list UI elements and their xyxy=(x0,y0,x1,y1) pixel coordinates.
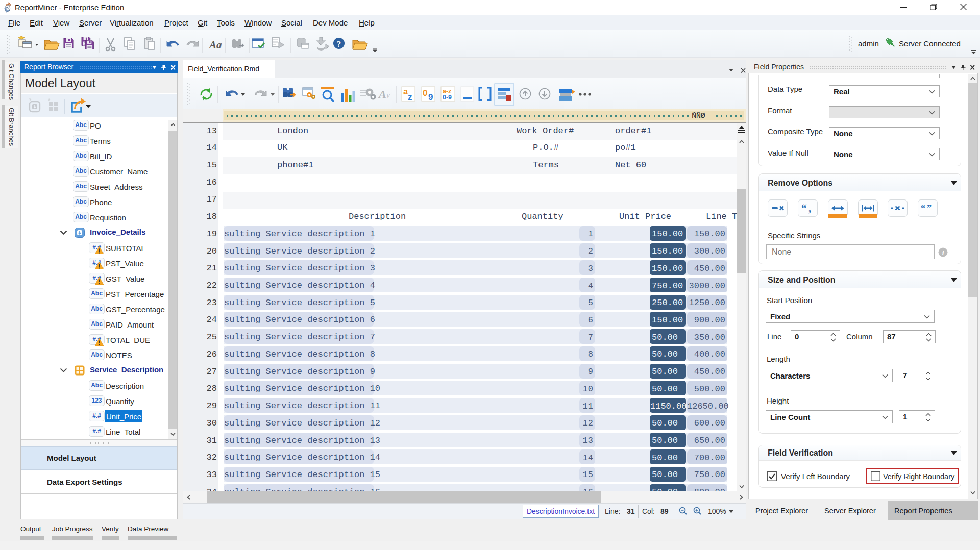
svg-text:i: i xyxy=(942,249,944,257)
svg-text:9: 9 xyxy=(428,92,433,102)
svg-text:?: ? xyxy=(337,39,341,49)
svg-text:Aa: Aa xyxy=(208,39,222,51)
svg-text:v: v xyxy=(386,91,390,99)
svg-text:z: z xyxy=(408,92,412,102)
svg-text:,: , xyxy=(808,202,811,214)
svg-text:0-9: 0-9 xyxy=(443,94,452,101)
svg-text:“: “ xyxy=(801,202,807,214)
svg-text:”: ” xyxy=(927,203,932,213)
svg-text:0: 0 xyxy=(423,88,427,98)
svg-text:a: a xyxy=(403,87,408,96)
svg-text:A: A xyxy=(378,88,386,101)
svg-text:“: “ xyxy=(921,203,925,213)
